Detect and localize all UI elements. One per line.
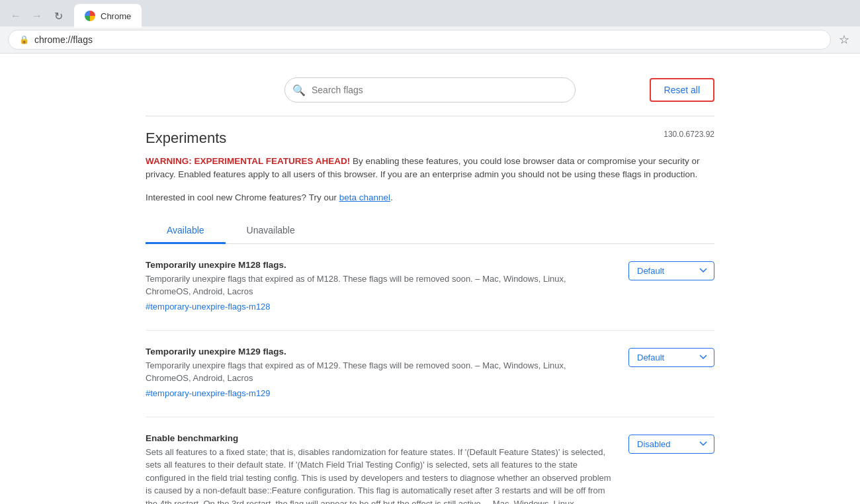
flag-title-0: Temporarily unexpire M128 flags. bbox=[146, 260, 613, 270]
search-area: 🔍 Reset all bbox=[146, 67, 714, 116]
tab-available[interactable]: Available bbox=[146, 218, 226, 244]
flags-list: Temporarily unexpire M128 flags.Temporar… bbox=[146, 260, 714, 505]
flag-select-0[interactable]: DefaultEnabledDisabled bbox=[628, 261, 714, 280]
address-bar-row: 🔒 chrome://flags ☆ bbox=[0, 26, 860, 53]
flag-content-2: Enable benchmarkingSets all features to … bbox=[146, 433, 613, 505]
flag-content-0: Temporarily unexpire M128 flags.Temporar… bbox=[146, 260, 613, 312]
back-button[interactable]: ← bbox=[8, 8, 24, 24]
version-text: 130.0.6723.92 bbox=[664, 130, 714, 139]
page-content: 🔍 Reset all Experiments 130.0.6723.92 WA… bbox=[132, 54, 728, 504]
address-bar[interactable]: 🔒 chrome://flags bbox=[8, 30, 831, 50]
flag-control-1: DefaultEnabledDisabled bbox=[628, 348, 714, 367]
flag-item-0: Temporarily unexpire M128 flags.Temporar… bbox=[146, 260, 714, 312]
warning-block: WARNING: EXPERIMENTAL FEATURES AHEAD! By… bbox=[146, 155, 714, 182]
forward-button[interactable]: → bbox=[29, 8, 45, 24]
beta-text-before: Interested in cool new Chrome features? … bbox=[146, 192, 339, 202]
url-text: chrome://flags bbox=[34, 34, 93, 45]
flag-divider-0 bbox=[146, 330, 714, 331]
flag-select-1[interactable]: DefaultEnabledDisabled bbox=[628, 348, 714, 367]
warning-prefix: WARNING: EXPERIMENTAL FEATURES AHEAD! bbox=[146, 156, 350, 166]
flag-link-1[interactable]: #temporary-unexpire-flags-m129 bbox=[146, 388, 271, 398]
experiments-title: Experiments bbox=[146, 130, 226, 147]
search-container: 🔍 bbox=[284, 77, 576, 103]
active-tab[interactable]: Chrome bbox=[74, 4, 142, 28]
flag-divider-1 bbox=[146, 417, 714, 417]
beta-text: Interested in cool new Chrome features? … bbox=[146, 192, 714, 202]
search-icon: 🔍 bbox=[292, 84, 306, 97]
reset-all-button[interactable]: Reset all bbox=[650, 78, 714, 102]
tab-bar: ← → ↻ Chrome bbox=[0, 0, 860, 26]
bookmark-button[interactable]: ☆ bbox=[836, 30, 852, 50]
flag-title-2: Enable benchmarking bbox=[146, 433, 613, 443]
flag-desc-1: Temporarily unexpire flags that expired … bbox=[146, 359, 613, 385]
nav-buttons: ← → ↻ bbox=[0, 8, 74, 24]
flag-item-2: Enable benchmarkingSets all features to … bbox=[146, 433, 714, 505]
browser-chrome: ← → ↻ Chrome 🔒 chrome://flags ☆ bbox=[0, 0, 860, 54]
flag-select-2[interactable]: DefaultEnabledDisabled bbox=[628, 435, 714, 454]
flag-control-0: DefaultEnabledDisabled bbox=[628, 261, 714, 280]
flag-desc-0: Temporarily unexpire flags that expired … bbox=[146, 273, 613, 298]
flag-control-2: DefaultEnabledDisabled bbox=[628, 435, 714, 454]
tab-unavailable[interactable]: Unavailable bbox=[226, 218, 316, 244]
flag-desc-2: Sets all features to a fixed state; that… bbox=[146, 446, 613, 505]
reload-button[interactable]: ↻ bbox=[50, 8, 66, 24]
flag-title-1: Temporarily unexpire M129 flags. bbox=[146, 347, 613, 357]
flag-link-0[interactable]: #temporary-unexpire-flags-m128 bbox=[146, 302, 271, 312]
flag-item-1: Temporarily unexpire M129 flags.Temporar… bbox=[146, 347, 714, 398]
beta-text-end: . bbox=[390, 192, 393, 202]
beta-channel-link[interactable]: beta channel bbox=[339, 192, 390, 202]
lock-icon: 🔒 bbox=[19, 35, 29, 44]
chrome-favicon bbox=[85, 11, 95, 21]
experiments-header: Experiments 130.0.6723.92 bbox=[146, 130, 714, 147]
page-wrapper: 🔍 Reset all Experiments 130.0.6723.92 WA… bbox=[0, 54, 860, 504]
tabs-container: Available Unavailable bbox=[146, 218, 714, 244]
search-input[interactable] bbox=[284, 77, 576, 103]
flag-content-1: Temporarily unexpire M129 flags.Temporar… bbox=[146, 347, 613, 398]
tab-title: Chrome bbox=[101, 11, 131, 21]
